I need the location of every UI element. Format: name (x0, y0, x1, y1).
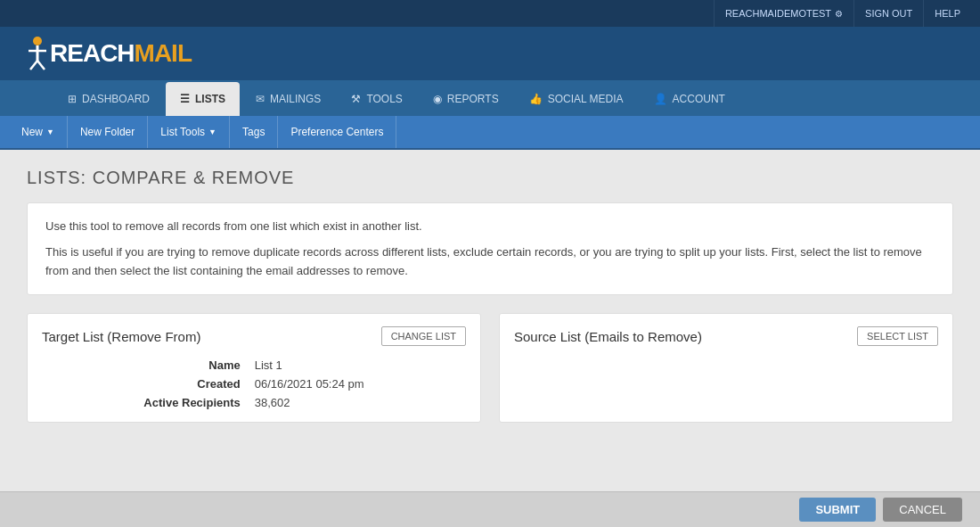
recipients-value: 38,602 (255, 396, 466, 409)
source-panel: Source List (Emails to Remove) SELECT LI… (499, 313, 953, 423)
subnav-tags[interactable]: Tags (230, 116, 278, 148)
list-tools-arrow-icon: ▼ (208, 128, 216, 136)
page-title: LISTS: COMPARE & REMOVE (27, 168, 953, 188)
gear-icon: ⚙ (835, 9, 843, 19)
recipients-label: Active Recipients (42, 396, 241, 409)
logo-ach: ACH (83, 39, 135, 68)
dashboard-icon: ⊞ (68, 93, 77, 105)
main-nav: ⊞ DASHBOARD ☰ LISTS ✉ MAILINGS ⚒ TOOLS ◉… (0, 80, 980, 116)
signout-button[interactable]: SIGN OUT (853, 0, 923, 27)
account-icon: 👤 (654, 93, 667, 105)
header: REACHMAIL (0, 27, 980, 80)
nav-social-label: SOCIAL MEDIA (548, 93, 624, 105)
nav-lists[interactable]: ☰ LISTS (166, 82, 240, 116)
logo[interactable]: REACHMAIL (18, 36, 192, 71)
subnav-list-tools-label: List Tools (160, 126, 205, 138)
subnav-new-label: New (21, 126, 43, 138)
created-label: Created (42, 377, 241, 391)
reports-icon: ◉ (433, 93, 442, 105)
logo-re: RE (50, 39, 83, 68)
name-value: List 1 (255, 358, 466, 372)
info-line1: Use this tool to remove all records from… (45, 218, 935, 236)
username-label: REACHMAIDEMOTEST (725, 8, 831, 19)
bottom-action-bar: SUBMIT CANCEL (0, 491, 980, 527)
target-list-details: Name List 1 Created 06/16/2021 05:24 pm … (42, 358, 466, 409)
nav-tools-label: TOOLS (366, 93, 402, 105)
svg-line-3 (30, 61, 37, 70)
source-panel-title: Source List (Emails to Remove) (514, 329, 702, 344)
nav-social-media[interactable]: 👍 SOCIAL MEDIA (515, 82, 638, 116)
subnav-new-folder-label: New Folder (80, 126, 135, 138)
nav-dashboard-label: DASHBOARD (82, 93, 150, 105)
nav-mailings-label: MAILINGS (270, 93, 321, 105)
help-button[interactable]: HELP (923, 0, 971, 27)
subnav-preference-centers[interactable]: Preference Centers (278, 116, 396, 148)
panels-container: Target List (Remove From) CHANGE LIST Na… (27, 313, 953, 423)
logo-mail: MAIL (135, 39, 192, 68)
username-button[interactable]: REACHMAIDEMOTEST ⚙ (714, 0, 853, 27)
nav-tools[interactable]: ⚒ TOOLS (337, 82, 416, 116)
subnav-pref-label: Preference Centers (290, 126, 383, 138)
nav-account[interactable]: 👤 ACCOUNT (640, 82, 739, 116)
top-bar: REACHMAIDEMOTEST ⚙ SIGN OUT HELP (0, 0, 980, 27)
created-value: 06/16/2021 05:24 pm (255, 377, 466, 391)
nav-lists-label: LISTS (195, 93, 225, 105)
content-area: LISTS: COMPARE & REMOVE Use this tool to… (0, 150, 980, 527)
svg-line-4 (37, 61, 45, 70)
new-arrow-icon: ▼ (46, 128, 54, 136)
nav-reports-label: REPORTS (447, 93, 499, 105)
source-panel-header: Source List (Emails to Remove) SELECT LI… (514, 326, 938, 346)
subnav-new-folder[interactable]: New Folder (68, 116, 148, 148)
nav-mailings[interactable]: ✉ MAILINGS (241, 82, 335, 116)
info-box: Use this tool to remove all records from… (27, 202, 953, 295)
target-panel: Target List (Remove From) CHANGE LIST Na… (27, 313, 481, 423)
nav-reports[interactable]: ◉ REPORTS (419, 82, 513, 116)
target-panel-title: Target List (Remove From) (42, 329, 200, 344)
subnav-list-tools[interactable]: List Tools ▼ (148, 116, 230, 148)
name-label: Name (42, 358, 241, 372)
lists-icon: ☰ (180, 93, 190, 105)
cancel-button[interactable]: CANCEL (883, 498, 962, 522)
svg-point-0 (33, 37, 42, 45)
logo-icon (18, 36, 50, 71)
target-panel-header: Target List (Remove From) CHANGE LIST (42, 326, 466, 346)
subnav-tags-label: Tags (242, 126, 265, 138)
subnav-new[interactable]: New ▼ (9, 116, 68, 148)
sub-nav: New ▼ New Folder List Tools ▼ Tags Prefe… (0, 116, 980, 150)
change-list-button[interactable]: CHANGE LIST (381, 326, 466, 346)
social-icon: 👍 (529, 93, 543, 105)
mailings-icon: ✉ (256, 93, 265, 105)
nav-account-label: ACCOUNT (673, 93, 725, 105)
nav-dashboard[interactable]: ⊞ DASHBOARD (53, 82, 164, 116)
info-line2: This is useful if you are trying to remo… (45, 243, 935, 281)
select-list-button[interactable]: SELECT LIST (857, 326, 938, 346)
submit-button[interactable]: SUBMIT (799, 498, 876, 522)
tools-icon: ⚒ (351, 93, 361, 105)
